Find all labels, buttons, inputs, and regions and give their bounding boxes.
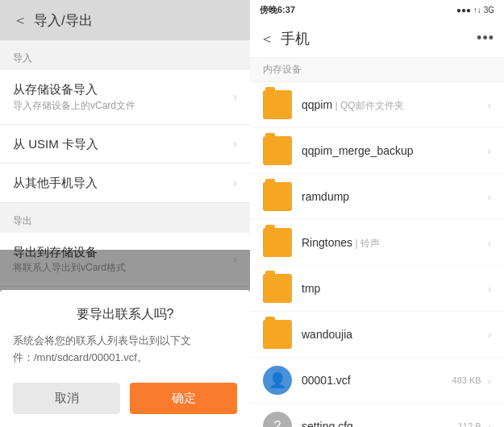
arrow-icon: › [233,176,237,189]
folder-icon [263,274,292,303]
dialog-overlay: 要导出联系人吗? 系统会将您的联系人列表导出到以下文件：/mnt/sdcard/… [0,250,250,427]
import-from-storage-title: 从存储设备导入 [13,81,233,97]
arrow-icon: › [488,329,491,341]
arrow-icon: › [488,145,491,157]
file-name: tmp [302,281,488,296]
folder-icon [263,182,292,211]
file-name-main: ramdump [302,189,488,204]
arrow-icon: › [488,375,491,387]
file-list: qqpim | QQ邮件文件夹 › qqpim_merge_backup › r… [250,82,504,427]
status-icons: ●●● ↑↓ 3G [456,6,494,15]
list-item[interactable]: ramdump › [250,174,504,220]
file-name: ramdump [302,189,488,204]
file-name: setting.cfg [302,419,458,427]
dialog-title: 要导出联系人吗? [13,306,237,323]
import-section-label: 导入 [0,40,250,70]
file-name-main: setting.cfg [302,419,458,427]
list-item[interactable]: ? setting.cfg 112 B › [250,404,504,427]
arrow-icon: › [488,283,491,295]
status-bar: 傍晚6:37 ●●● ↑↓ 3G [250,0,504,19]
import-from-other-content: 从其他手机导入 [13,175,233,191]
file-name-main: tmp [302,281,488,296]
more-options-button[interactable]: ••• [477,30,494,47]
list-item[interactable]: Ringtones | 铃声 › [250,220,504,266]
import-from-usim-title: 从 USIM 卡导入 [13,136,233,152]
folder-icon [263,320,292,349]
right-panel: 傍晚6:37 ●●● ↑↓ 3G ＜ 手机 ••• 内存设备 qqpim | Q… [250,0,504,427]
import-from-storage[interactable]: 从存储设备导入 导入存储设备上的vCard文件 › [0,70,250,125]
import-from-usim-content: 从 USIM 卡导入 [13,136,233,152]
cfg-icon: ? [263,412,292,427]
list-item[interactable]: tmp › [250,266,504,312]
left-panel: ＜ 导入/导出 导入 从存储设备导入 导入存储设备上的vCard文件 › 从 U… [0,0,250,427]
import-from-storage-sub: 导入存储设备上的vCard文件 [13,99,233,113]
file-name: qqpim | QQ邮件文件夹 [302,97,488,113]
confirm-button[interactable]: 确定 [130,383,237,414]
dialog-buttons: 取消 确定 [13,383,237,414]
export-section-label: 导出 [0,203,250,233]
file-name-main: wandoujia [302,327,488,342]
page-title: 导入/导出 [34,11,93,30]
import-from-storage-content: 从存储设备导入 导入存储设备上的vCard文件 [13,81,233,113]
right-header: ＜ 手机 ••• [250,19,504,58]
list-item[interactable]: wandoujia › [250,312,504,358]
back-button[interactable]: ＜ [13,10,27,30]
vcf-icon: 👤 [263,366,292,395]
arrow-icon: › [488,237,491,249]
file-name-main: qqpim_merge_backup [302,143,488,158]
file-name: 00001.vcf [302,373,452,388]
signal-icon: ●●● ↑↓ 3G [456,6,494,15]
file-name-main: Ringtones | 铃声 [302,235,488,251]
left-header: ＜ 导入/导出 [0,0,250,40]
list-item[interactable]: qqpim_merge_backup › [250,128,504,174]
file-name: qqpim_merge_backup [302,143,488,158]
status-time: 傍晚6:37 [260,4,295,16]
arrow-icon: › [488,191,491,203]
cancel-button[interactable]: 取消 [13,383,120,414]
dialog-box: 要导出联系人吗? 系统会将您的联系人列表导出到以下文件：/mnt/sdcard/… [0,290,250,427]
file-name: Ringtones | 铃声 [302,235,488,251]
breadcrumb: 内存设备 [250,58,504,82]
file-name-main: qqpim | QQ邮件文件夹 [302,97,488,113]
list-item[interactable]: 👤 00001.vcf 483 KB › [250,358,504,404]
import-from-other[interactable]: 从其他手机导入 › [0,164,250,203]
file-size: 483 KB [452,375,481,385]
right-back-button[interactable]: ＜ [260,29,274,48]
file-name-main: 00001.vcf [302,373,452,388]
folder-icon [263,136,292,165]
arrow-icon: › [488,99,491,111]
file-name: wandoujia [302,327,488,342]
list-item[interactable]: qqpim | QQ邮件文件夹 › [250,82,504,128]
dialog-message: 系统会将您的联系人列表导出到以下文件：/mnt/sdcard/00001.vcf… [13,333,237,367]
arrow-icon: › [488,421,491,428]
arrow-icon: › [233,137,237,150]
arrow-icon: › [233,90,237,103]
import-from-usim[interactable]: 从 USIM 卡导入 › [0,125,250,164]
folder-icon [263,90,292,119]
right-page-title: 手机 [281,29,477,48]
file-size: 112 B [458,421,481,427]
folder-icon [263,228,292,257]
import-from-other-title: 从其他手机导入 [13,175,233,191]
